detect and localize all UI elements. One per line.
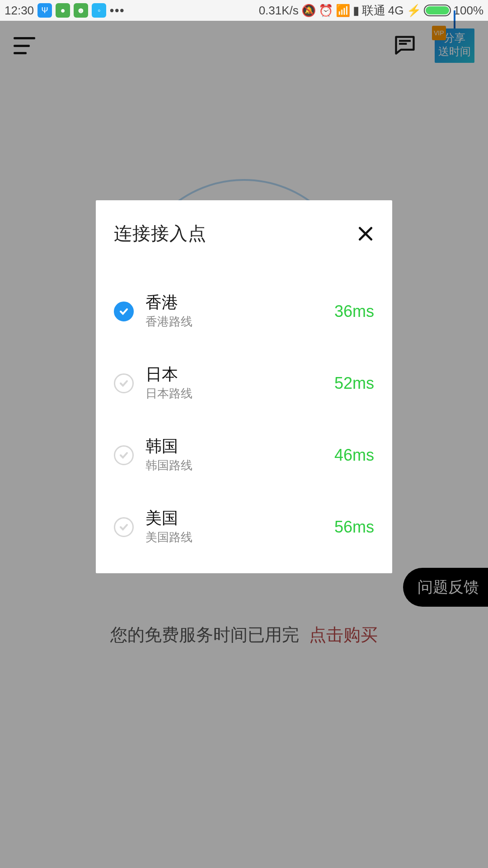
access-point-modal: 连接接入点 香港 香港路线 36ms 日本 日本路线 52ms [96, 200, 392, 573]
ap-subtitle: 韩国路线 [145, 458, 334, 473]
ap-subtitle: 美国路线 [145, 529, 334, 545]
wifi-icon: 📶 [336, 4, 350, 18]
access-point-row[interactable]: 韩国 韩国路线 46ms [114, 426, 374, 484]
carrier-label: 联通 [362, 3, 385, 19]
bell-muted-icon: 🔕 [301, 4, 316, 18]
access-point-row[interactable]: 日本 日本路线 52ms [114, 354, 374, 412]
modal-title: 连接接入点 [114, 221, 206, 246]
network-type: 4G [388, 4, 404, 18]
status-app-icon-3: ◦ [92, 3, 106, 18]
status-app-icon-1: ● [56, 3, 70, 18]
ap-latency: 56ms [334, 518, 374, 537]
status-app-icon-2: ☻ [74, 3, 88, 18]
status-usb-icon: Ψ [38, 3, 52, 18]
battery-percent: 100% [454, 4, 484, 18]
status-time: 12:30 [5, 4, 34, 18]
ap-subtitle: 香港路线 [145, 314, 334, 330]
status-more-icon: ••• [110, 4, 125, 18]
ap-latency: 52ms [334, 374, 374, 393]
ap-name: 美国 [145, 509, 334, 528]
status-speed: 0.31K/s [259, 4, 299, 18]
access-point-row[interactable]: 美国 美国路线 56ms [114, 498, 374, 556]
status-bar: 12:30 Ψ ● ☻ ◦ ••• 0.31K/s 🔕 ⏰ 📶 ▮ 联通 4G … [0, 0, 488, 21]
ap-name: 日本 [145, 365, 334, 384]
status-bar-left: 12:30 Ψ ● ☻ ◦ ••• [5, 3, 125, 18]
status-bar-right: 0.31K/s 🔕 ⏰ 📶 ▮ 联通 4G ⚡ 100% [259, 3, 483, 19]
signal-icon: ▮ [353, 4, 359, 18]
check-icon [114, 445, 134, 465]
check-icon [114, 517, 134, 537]
battery-indicator [424, 5, 451, 16]
charging-icon: ⚡ [407, 4, 421, 18]
ap-subtitle: 日本路线 [145, 386, 334, 401]
ap-name: 香港 [145, 293, 334, 312]
access-point-row[interactable]: 香港 香港路线 36ms [114, 282, 374, 340]
alarm-icon: ⏰ [319, 4, 333, 18]
check-icon [114, 302, 134, 321]
check-icon [114, 373, 134, 393]
modal-overlay[interactable]: 连接接入点 香港 香港路线 36ms 日本 日本路线 52ms [0, 21, 488, 868]
ap-name: 韩国 [145, 437, 334, 456]
ap-latency: 36ms [334, 302, 374, 321]
close-button[interactable] [357, 225, 374, 242]
ap-latency: 46ms [334, 446, 374, 465]
